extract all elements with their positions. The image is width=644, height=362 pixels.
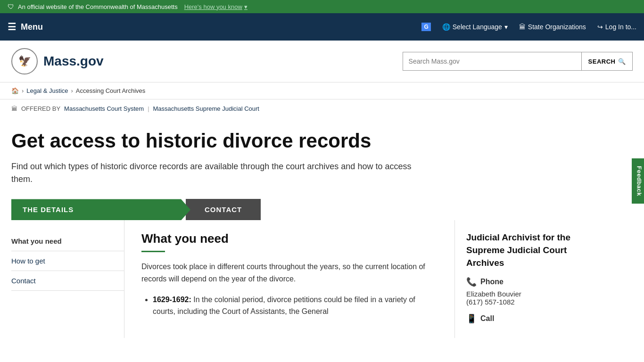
breadcrumb-sep-2: › — [71, 87, 73, 94]
phone-icon: 📞 — [466, 277, 477, 287]
tabs-row: THE DETAILS CONTACT — [11, 199, 633, 220]
globe-icon: 🌐 — [442, 23, 450, 31]
breadcrumb-current: Accessing Court Archives — [76, 87, 145, 94]
select-language-button[interactable]: 🌐 Select Language ▾ — [442, 23, 508, 31]
list-item: 1629-1692: In the colonial period, divor… — [153, 294, 438, 318]
shield-icon: 🛡 — [8, 3, 14, 10]
call-icon: 📱 — [466, 313, 477, 324]
logo-area: 🦅 Mass.gov — [11, 48, 104, 74]
org2-link[interactable]: Massachusetts Supreme Judicial Court — [153, 105, 259, 112]
two-col-layout: What you need How to get Contact What yo… — [11, 220, 633, 338]
section-body: Divorces took place in different courts … — [141, 261, 438, 285]
page-title: Get access to historic divorce records — [11, 129, 633, 153]
tab-contact[interactable]: CONTACT — [186, 199, 261, 220]
nav-item-how-to-get[interactable]: How to get — [11, 251, 124, 271]
section-underline — [141, 251, 165, 252]
org-separator: | — [148, 105, 149, 112]
nav-item-what-you-need[interactable]: What you need — [11, 231, 124, 251]
contact-title: Judicial Archivist for the Supreme Judic… — [466, 231, 585, 269]
mass-seal-icon: 🦅 — [11, 48, 38, 74]
feedback-tab[interactable]: Feedback — [632, 158, 644, 204]
bullet-list: 1629-1692: In the colonial period, divor… — [141, 294, 438, 318]
tab-details[interactable]: THE DETAILS — [11, 199, 190, 220]
login-icon: ↪ — [597, 23, 603, 31]
site-logo-text[interactable]: Mass.gov — [43, 54, 104, 69]
main-content: What you need Divorces took place in dif… — [124, 220, 454, 338]
contact-name: Elizabeth Bouvier — [466, 290, 585, 298]
contact-phone-section: 📞 Phone Elizabeth Bouvier (617) 557-1082 — [466, 277, 585, 306]
top-banner: 🛡 An official website of the Commonwealt… — [0, 0, 644, 13]
search-icon: 🔍 — [618, 58, 626, 65]
bullet-text: In the colonial period, divorce petition… — [153, 296, 415, 316]
chevron-down-icon: ▾ — [244, 3, 248, 10]
login-button[interactable]: ↪ Log In to... — [597, 23, 636, 31]
state-orgs-button[interactable]: 🏛 State Organizations — [519, 23, 586, 31]
date-range: 1629-1692: — [153, 296, 191, 304]
phone-label: 📞 Phone — [466, 277, 585, 287]
home-icon: 🏠 — [11, 87, 19, 94]
call-label: 📱 Call — [466, 313, 585, 324]
nav-bar: ☰ Menu G 🌐 Select Language ▾ 🏛 State Org… — [0, 13, 644, 41]
page-content: Get access to historic divorce records F… — [0, 118, 644, 338]
chevron-down-icon: ▾ — [504, 23, 508, 31]
section-title: What you need — [141, 231, 438, 246]
google-translate-button[interactable]: G — [421, 23, 430, 31]
right-sidebar: Judicial Archivist for the Supreme Judic… — [454, 220, 596, 338]
search-area: SEARCH 🔍 — [403, 52, 633, 71]
search-input[interactable] — [403, 52, 582, 71]
nav-right: G 🌐 Select Language ▾ 🏛 State Organizati… — [421, 23, 636, 31]
breadcrumb-legal-link[interactable]: Legal & Justice — [26, 87, 68, 94]
offered-by-label: OFFERED BY — [21, 105, 60, 112]
building-icon: 🏛 — [519, 23, 526, 31]
hamburger-icon[interactable]: ☰ — [8, 21, 16, 33]
nav-left: ☰ Menu — [8, 21, 43, 33]
page-subtitle: Find out which types of historic divorce… — [11, 160, 421, 186]
search-button[interactable]: SEARCH 🔍 — [582, 52, 633, 71]
site-header: 🦅 Mass.gov SEARCH 🔍 — [0, 41, 644, 82]
nav-item-contact[interactable]: Contact — [11, 271, 124, 291]
menu-label[interactable]: Menu — [21, 22, 43, 32]
heres-how-link[interactable]: Here's how you know ▾ — [184, 3, 248, 10]
contact-phone[interactable]: (617) 557-1082 — [466, 298, 585, 306]
org1-link[interactable]: Massachusetts Court System — [64, 105, 144, 112]
breadcrumb-home-link[interactable]: 🏠 — [11, 87, 19, 94]
breadcrumb-sep-1: › — [22, 87, 24, 94]
left-nav: What you need How to get Contact — [11, 220, 124, 338]
building-icon-small: 🏛 — [11, 105, 17, 112]
breadcrumb: 🏠 › Legal & Justice › Accessing Court Ar… — [0, 82, 644, 99]
offered-by: 🏛 OFFERED BY Massachusetts Court System … — [0, 99, 644, 118]
google-g-icon: G — [421, 23, 430, 31]
official-text: An official website of the Commonwealth … — [18, 3, 178, 10]
contact-call-section: 📱 Call — [466, 313, 585, 324]
